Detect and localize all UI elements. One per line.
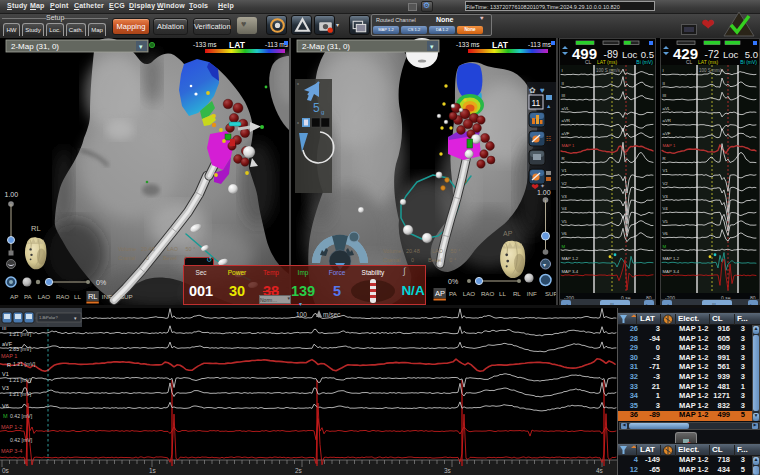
svg-text:0%: 0% <box>96 279 106 286</box>
svg-text:PA: PA <box>449 290 458 297</box>
svg-text:▾: ▾ <box>543 262 546 268</box>
svg-text:MAP 1: MAP 1 <box>663 143 676 148</box>
svg-text:R: R <box>562 156 565 161</box>
svg-text:M: M <box>562 244 566 249</box>
svg-text:Volume 20.48 LAO: Volume 20.48 LAO 50 ° <box>383 248 460 254</box>
svg-text:3s: 3s <box>444 467 452 474</box>
svg-text:II: II <box>562 81 564 86</box>
svg-text:III: III <box>663 93 667 98</box>
svg-text:0.42 [mV]: 0.42 [mV] <box>10 413 33 419</box>
svg-text:SUP: SUP <box>120 293 133 300</box>
svg-text:g: g <box>321 109 324 115</box>
svg-text:V2: V2 <box>663 181 669 186</box>
svg-text:aVL: aVL <box>663 106 671 111</box>
svg-text:m/sec: m/sec <box>323 311 341 318</box>
svg-text:▾: ▾ <box>430 43 434 50</box>
svg-text:M: M <box>3 413 8 419</box>
svg-text:MAP 1-2: MAP 1-2 <box>562 256 579 261</box>
svg-text:V1: V1 <box>2 371 9 377</box>
svg-text:-133 ms: -133 ms <box>456 41 480 48</box>
svg-text:II: II <box>663 81 665 86</box>
svg-text:0.42 [mV]: 0.42 [mV] <box>10 437 33 443</box>
svg-text:V6: V6 <box>663 231 669 236</box>
svg-text:LAT: LAT <box>492 40 509 50</box>
svg-text:V4: V4 <box>663 206 669 211</box>
svg-text:4s: 4s <box>596 467 604 474</box>
svg-text:PA: PA <box>24 293 33 300</box>
svg-text:aVR: aVR <box>562 118 570 123</box>
svg-text:1.00: 1.00 <box>5 191 19 198</box>
svg-text:MAP 3-4: MAP 3-4 <box>1 448 22 454</box>
svg-text:0s: 0s <box>2 467 10 474</box>
svg-text:R: R <box>663 156 666 161</box>
svg-text:V1: V1 <box>562 168 568 173</box>
svg-text:RL: RL <box>513 290 521 297</box>
svg-text:✿: ✿ <box>529 86 536 95</box>
svg-text:Loc: Loc <box>723 49 739 60</box>
svg-text:RAO: RAO <box>56 293 70 300</box>
svg-text:MAP 3-4: MAP 3-4 <box>562 269 579 274</box>
svg-text:aVF: aVF <box>562 131 570 136</box>
svg-text:1.21 [mV]: 1.21 [mV] <box>9 391 32 397</box>
svg-text:1s: 1s <box>149 467 157 474</box>
svg-text:V6: V6 <box>562 231 568 236</box>
svg-text:V4: V4 <box>562 206 568 211</box>
svg-text:V5: V5 <box>663 219 669 224</box>
svg-text:1.21 [mV]: 1.21 [mV] <box>9 377 32 383</box>
svg-text:R: R <box>7 362 11 368</box>
svg-text:MAP 1-2: MAP 1-2 <box>663 256 680 261</box>
svg-text:I: I <box>562 68 563 73</box>
svg-text:▾: ▾ <box>139 43 143 50</box>
svg-text:V5: V5 <box>562 219 568 224</box>
svg-text:I: I <box>663 68 664 73</box>
svg-text:CL: CL <box>585 59 592 65</box>
svg-text:☷: ☷ <box>546 136 551 142</box>
svg-text:LAT: LAT <box>229 40 246 50</box>
svg-text:1.21 [mV]: 1.21 [mV] <box>9 331 32 337</box>
svg-text:aVL: aVL <box>562 106 570 111</box>
svg-text:LL: LL <box>499 290 506 297</box>
svg-text:-133 ms: -133 ms <box>193 41 217 48</box>
svg-text:AP: AP <box>10 293 18 300</box>
svg-text:INF: INF <box>527 290 537 297</box>
svg-text:1.00: 1.00 <box>537 189 551 196</box>
svg-text:RAO: RAO <box>481 290 495 297</box>
svg-text:CL: CL <box>686 59 693 65</box>
svg-text:LL: LL <box>74 293 81 300</box>
svg-text:MAP 1-2: MAP 1-2 <box>1 424 22 430</box>
svg-text:LAO: LAO <box>38 293 51 300</box>
svg-text:V2: V2 <box>562 181 568 186</box>
svg-text:LAT (ms): LAT (ms) <box>597 59 617 65</box>
svg-text:aVR: aVR <box>663 118 671 123</box>
svg-text:V3: V3 <box>562 194 568 199</box>
svg-text:MAP 1: MAP 1 <box>1 353 17 359</box>
svg-text:x: x <box>297 81 299 86</box>
svg-text:2s: 2s <box>295 467 303 474</box>
svg-text:AP: AP <box>503 230 513 237</box>
svg-text:V6: V6 <box>2 403 9 409</box>
svg-text:MAP 3-4: MAP 3-4 <box>663 269 680 274</box>
svg-text:V3: V3 <box>663 194 669 199</box>
svg-text:MAP 1: MAP 1 <box>562 143 575 148</box>
svg-text:RL: RL <box>88 292 98 301</box>
svg-text:2-Map (31, 0): 2-Map (31, 0) <box>11 42 59 51</box>
svg-text:V3: V3 <box>2 385 9 391</box>
svg-text:11: 11 <box>532 98 541 108</box>
svg-text:1-BiPolar?: 1-BiPolar? <box>39 315 58 320</box>
svg-text:AP: AP <box>435 289 445 298</box>
svg-text:III: III <box>562 93 566 98</box>
svg-text:100 S mm/s…: 100 S mm/s… <box>596 68 625 73</box>
svg-text:LAO: LAO <box>463 290 476 297</box>
svg-text:INF: INF <box>102 293 112 300</box>
svg-text:Bi (mV): Bi (mV) <box>636 59 653 65</box>
svg-text:x: x <box>297 120 299 125</box>
svg-text:RL: RL <box>31 224 41 233</box>
svg-text:aVF: aVF <box>663 131 671 136</box>
svg-text:0%: 0% <box>448 278 458 285</box>
svg-text:SUP: SUP <box>545 290 556 297</box>
svg-text:-113 ms: -113 ms <box>528 41 552 48</box>
svg-text:▲: ▲ <box>546 103 551 109</box>
svg-text:M: M <box>663 244 667 249</box>
svg-text:Loc: Loc <box>622 49 638 60</box>
svg-text:100 S mm/s…: 100 S mm/s… <box>699 68 728 73</box>
